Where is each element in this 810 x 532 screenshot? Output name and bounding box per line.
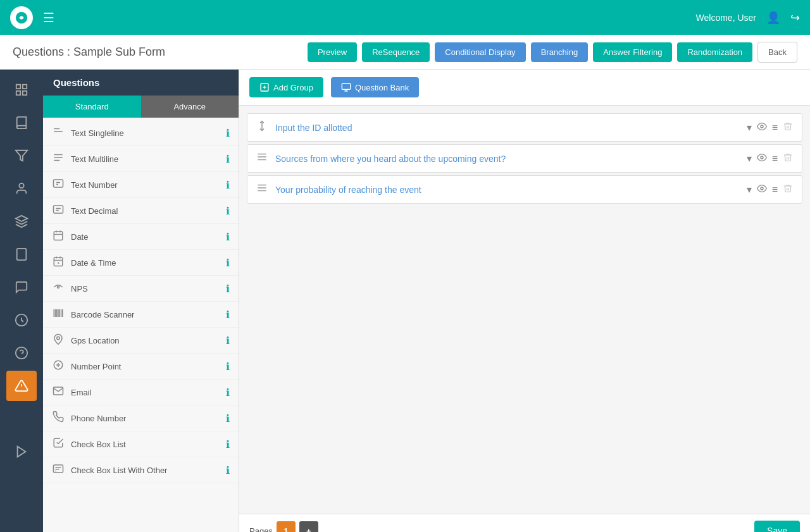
info-icon[interactable]: ℹ <box>226 153 230 165</box>
conditional-display-button[interactable]: Conditional Display <box>435 42 525 62</box>
logout-icon[interactable]: ↪ <box>790 11 800 25</box>
chat-icon[interactable] <box>6 272 37 302</box>
play-icon[interactable] <box>6 436 37 467</box>
delete-icon[interactable] <box>783 121 793 134</box>
tablet-icon[interactable] <box>6 239 37 269</box>
chevron-down-icon[interactable]: ▾ <box>747 121 752 133</box>
add-group-icon <box>259 82 270 92</box>
menu-icon[interactable]: ≡ <box>772 122 778 133</box>
chevron-down-icon[interactable]: ▾ <box>747 152 752 164</box>
tab-advance[interactable]: Advance <box>141 96 239 118</box>
list-item[interactable]: Check Box List With Other ℹ <box>43 457 239 483</box>
question-type-label: Email <box>71 388 92 397</box>
add-page-button[interactable]: + <box>299 521 318 532</box>
table-row: Your probability of reaching the event ▾… <box>247 175 802 204</box>
book-icon[interactable] <box>6 108 37 138</box>
layers-icon[interactable] <box>6 206 37 237</box>
list-item[interactable]: NPS ℹ <box>43 276 239 302</box>
delete-icon[interactable] <box>783 183 793 196</box>
sidebar-icons <box>0 70 43 532</box>
list-item[interactable]: Email ℹ <box>43 380 239 405</box>
warning-icon[interactable] <box>6 371 37 401</box>
svg-point-43 <box>57 337 60 340</box>
dashboard-icon[interactable] <box>6 75 37 105</box>
save-button[interactable]: Save <box>754 521 800 532</box>
apple-icon[interactable] <box>6 404 37 434</box>
list-item[interactable]: Date & Time ℹ <box>43 250 239 276</box>
add-group-button[interactable]: Add Group <box>249 77 323 97</box>
list-item[interactable]: Text Multiline ℹ <box>43 146 239 172</box>
list-item[interactable]: Text Number ℹ <box>43 172 239 198</box>
tab-standard[interactable]: Standard <box>43 96 141 118</box>
questions-panel-header: Questions <box>43 70 239 96</box>
question-row-drag-icon <box>256 120 268 135</box>
info-icon[interactable]: ℹ <box>226 179 230 191</box>
info-icon[interactable]: ℹ <box>226 257 230 269</box>
questions-content: Input the ID allotted ▾ ≡ Sources <box>239 106 810 514</box>
question-bank-button[interactable]: Question Bank <box>331 77 419 97</box>
content-toolbar: Add Group Question Bank <box>239 70 810 106</box>
person-icon[interactable] <box>6 173 37 204</box>
list-item[interactable]: Text Singleline ℹ <box>43 120 239 146</box>
list-item[interactable]: Phone Number ℹ <box>43 405 239 431</box>
checkbox-other-icon <box>52 463 65 477</box>
info-icon[interactable]: ℹ <box>226 127 230 139</box>
menu-icon[interactable]: ≡ <box>772 184 778 195</box>
list-item[interactable]: Text Decimal ℹ <box>43 198 239 224</box>
list-item[interactable]: Number Point ℹ <box>43 354 239 380</box>
info-icon[interactable]: ℹ <box>226 231 230 243</box>
answer-filtering-button[interactable]: Answer Filtering <box>593 42 672 62</box>
list-item[interactable]: Date ℹ <box>43 224 239 250</box>
question-type-label: Date <box>71 232 88 242</box>
table-row: Sources from where you heard about the u… <box>247 144 802 173</box>
user-profile-icon[interactable]: 👤 <box>766 11 780 25</box>
list-item[interactable]: Check Box List ℹ <box>43 431 239 457</box>
svg-marker-5 <box>16 151 27 161</box>
info-icon[interactable]: ℹ <box>226 464 230 476</box>
menu-icon[interactable]: ≡ <box>772 153 778 164</box>
question-row-text: Input the ID allotted <box>275 123 739 133</box>
list-item[interactable]: Gps Location ℹ <box>43 328 239 354</box>
hamburger-icon[interactable]: ☰ <box>43 10 54 25</box>
chevron-down-icon[interactable]: ▾ <box>747 183 752 195</box>
svg-point-57 <box>761 125 763 128</box>
eye-icon[interactable] <box>757 152 767 165</box>
page-1-button[interactable]: 1 <box>277 521 296 532</box>
branching-button[interactable]: Branching <box>531 42 589 62</box>
info-icon[interactable]: ℹ <box>226 438 230 450</box>
help-icon[interactable] <box>6 338 37 368</box>
text-decimal-icon <box>52 204 65 218</box>
nps-icon <box>52 281 65 295</box>
pages-area: Pages 1 + <box>249 521 318 532</box>
question-type-label: Text Multiline <box>71 154 118 164</box>
svg-rect-3 <box>16 91 20 95</box>
svg-rect-2 <box>23 85 27 89</box>
circle-icon[interactable] <box>6 305 37 335</box>
eye-icon[interactable] <box>757 121 767 134</box>
date-icon <box>52 230 65 244</box>
welcome-text: Welcome, User <box>696 13 756 23</box>
info-icon[interactable]: ℹ <box>226 283 230 295</box>
back-button[interactable]: Back <box>757 42 797 63</box>
randomization-button[interactable]: Randomization <box>677 42 752 62</box>
delete-icon[interactable] <box>783 152 793 165</box>
info-icon[interactable]: ℹ <box>226 205 230 217</box>
gps-icon <box>52 333 65 347</box>
svg-rect-27 <box>54 232 63 240</box>
question-row-actions: ▾ ≡ <box>747 152 793 165</box>
filter-icon[interactable] <box>6 140 37 171</box>
info-icon[interactable]: ℹ <box>226 309 230 321</box>
preview-button[interactable]: Preview <box>308 42 357 62</box>
eye-icon[interactable] <box>757 183 767 196</box>
question-type-label: Number Point <box>71 362 121 371</box>
tab-bar: Standard Advance <box>43 96 239 118</box>
table-row: Input the ID allotted ▾ ≡ <box>247 113 802 142</box>
questions-list: Text Singleline ℹ Text Multiline ℹ <box>43 118 239 532</box>
content-footer: Pages 1 + Save <box>239 514 810 532</box>
info-icon[interactable]: ℹ <box>226 361 230 373</box>
info-icon[interactable]: ℹ <box>226 387 230 399</box>
resequence-button[interactable]: ReSequence <box>362 42 430 62</box>
list-item[interactable]: Barcode Scanner ℹ <box>43 302 239 328</box>
info-icon[interactable]: ℹ <box>226 412 230 424</box>
info-icon[interactable]: ℹ <box>226 335 230 347</box>
